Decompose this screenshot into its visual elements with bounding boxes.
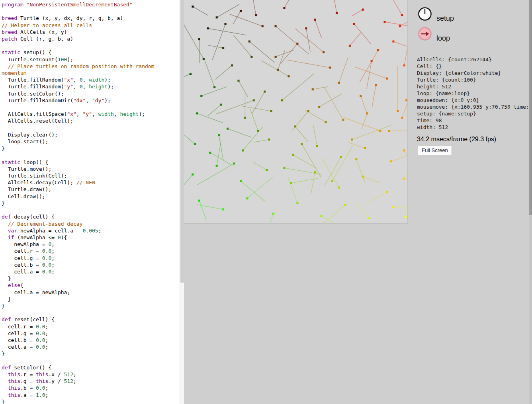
turtle-trail — [385, 22, 407, 27]
turtle-trail — [302, 144, 321, 178]
turtle-dot — [283, 7, 285, 9]
turtle-trail — [313, 87, 328, 90]
setup-button-label: setup — [436, 14, 454, 23]
code-line — [2, 207, 180, 213]
turtle-dot — [360, 95, 362, 97]
state-line: mousedown: {x:0 y:0} — [417, 97, 532, 103]
turtle-dot — [329, 66, 331, 68]
code-line: // Helper to access all cells — [2, 22, 180, 29]
turtle-dot — [386, 191, 388, 193]
turtle-dot — [266, 169, 268, 171]
app-root: { "colors": { "panel_bg": "#cfcfcf", "ca… — [0, 0, 532, 404]
turtle-dot — [240, 180, 242, 182]
turtle-trail — [184, 74, 190, 81]
code-content: program "NonPersistentSmellDecrementBase… — [0, 0, 180, 404]
turtle-dot — [368, 217, 370, 219]
turtle-dot — [392, 206, 394, 208]
loop-button-label: loop — [436, 34, 450, 43]
code-line: var newAlpha = cell.a - 0.005; — [2, 227, 180, 234]
turtle-trail — [230, 14, 262, 26]
control-panel: setup loop AllCells: {count:262144}Cell:… — [414, 0, 530, 404]
full-screen-button[interactable]: Full Screen — [418, 146, 452, 155]
code-line: this.g = this.y / 512; — [2, 378, 180, 384]
turtle-dot — [207, 27, 209, 29]
turtle-trail — [184, 132, 195, 144]
code-line: Turtle.draw(); — [2, 186, 180, 193]
turtle-trail — [250, 109, 258, 131]
code-line: cell.a = newAlpha; — [2, 289, 180, 296]
code-line: cell.a = 0.0; — [2, 268, 180, 275]
page-scrollbar-thumb[interactable] — [529, 0, 532, 215]
code-line: Turtle.move(); — [2, 166, 180, 172]
turtle-dot — [253, 99, 255, 101]
code-line: Turtle.setColor(); — [2, 90, 180, 97]
turtle-dot — [364, 147, 366, 149]
code-line: def setColor() { — [2, 364, 180, 371]
turtle-trail — [295, 127, 308, 142]
state-line: Cell: {} — [417, 63, 532, 70]
code-line: this.a = 1.0; — [2, 392, 180, 398]
turtle-dot — [366, 112, 368, 114]
turtle-dot — [362, 9, 364, 11]
page-scrollbar[interactable] — [529, 0, 532, 404]
turtle-trail — [313, 125, 317, 146]
turtle-trail — [210, 152, 231, 165]
turtle-trail — [366, 192, 387, 204]
turtle-dot — [264, 91, 266, 93]
turtle-dot — [351, 139, 353, 141]
loop-button[interactable]: loop — [418, 27, 450, 43]
simulation-canvas[interactable] — [184, 0, 408, 224]
turtle-dot — [401, 117, 403, 119]
turtle-trail — [217, 4, 239, 18]
state-line: time: 98 — [417, 117, 532, 124]
timer-clock-icon — [418, 7, 432, 21]
code-line: } — [2, 296, 180, 303]
turtle-trail — [215, 65, 232, 79]
setup-button[interactable]: setup — [418, 7, 454, 23]
turtle-trail — [208, 45, 223, 48]
code-line: AllCells.decay(Cell); // NEW — [2, 179, 180, 186]
code-line — [2, 104, 180, 111]
state-line: width: 512 — [417, 124, 532, 131]
turtle-trail — [319, 205, 345, 223]
turtle-dot — [246, 197, 248, 199]
turtle-trail — [332, 146, 353, 181]
turtle-dot — [209, 152, 211, 154]
code-line: } — [2, 200, 180, 207]
turtle-trail — [243, 127, 263, 150]
turtle-dot — [281, 99, 283, 101]
turtle-dot — [216, 16, 218, 18]
state-line: setup: {name:setup} — [417, 110, 532, 117]
code-editor[interactable]: program "NonPersistentSmellDecrementBase… — [0, 0, 180, 404]
turtle-dot — [379, 130, 381, 132]
state-line: AllCells: {count:262144} — [417, 56, 532, 63]
turtle-dot — [277, 69, 279, 71]
turtle-trail — [287, 60, 330, 68]
code-line: Turtle.fillRandomDir("dx", "dy"); — [2, 97, 180, 104]
turtle-dot — [250, 56, 252, 58]
turtle-dot — [403, 178, 405, 180]
code-scrollbar-thumb[interactable] — [180, 0, 184, 283]
turtle-dot — [296, 202, 298, 204]
turtle-dot — [262, 25, 264, 27]
turtle-dot — [248, 41, 250, 43]
code-line: cell.a = 0.0; — [2, 343, 180, 350]
turtle-layer — [184, 0, 407, 223]
turtle-dot — [192, 174, 194, 176]
turtle-trail — [404, 150, 407, 170]
turtle-dot — [397, 110, 399, 112]
turtle-dot — [312, 88, 314, 90]
turtle-dot — [316, 145, 318, 147]
code-line: Turtle.fillRandom("y", 0, height); — [2, 83, 180, 90]
turtle-trail — [363, 177, 380, 183]
turtle-trail — [330, 0, 336, 13]
code-editor-scrollbar[interactable] — [180, 0, 184, 404]
code-line: static loop() { — [2, 159, 180, 166]
turtle-trail — [293, 155, 317, 168]
turtle-trail — [406, 186, 407, 217]
code-line: Turtle.setCount(100); — [2, 56, 180, 63]
turtle-dot — [375, 84, 377, 86]
turtle-trail — [357, 203, 370, 218]
turtle-trail — [184, 174, 193, 190]
turtle-dot — [255, 14, 257, 16]
